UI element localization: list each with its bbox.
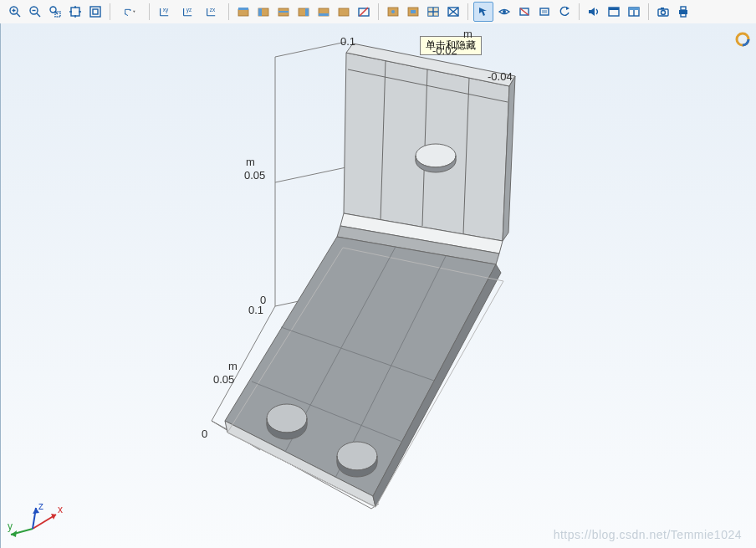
svg-line-5 (37, 13, 40, 17)
x-tick-mid: 0.05 (213, 373, 234, 386)
z-unit: m (246, 156, 255, 168)
zoom-box-icon[interactable] (46, 3, 64, 21)
svg-point-13 (125, 13, 125, 14)
svg-rect-22 (258, 8, 262, 16)
svg-text:y: y (8, 520, 13, 532)
svg-line-1 (17, 13, 20, 17)
camera-icon[interactable] (654, 3, 672, 21)
z-tick-1: 0.1 (340, 35, 355, 48)
svg-line-64 (275, 42, 346, 57)
svg-point-56 (662, 11, 666, 15)
svg-text:z: z (38, 500, 43, 512)
svg-rect-29 (339, 8, 349, 16)
select-box-icon[interactable] (234, 3, 253, 21)
svg-rect-26 (305, 8, 309, 16)
svg-text:xy: xy (163, 7, 169, 13)
view-window-1-icon[interactable] (605, 3, 623, 21)
orbit-dropdown-icon[interactable] (115, 3, 144, 21)
svg-point-43 (503, 10, 506, 13)
svg-rect-10 (71, 8, 79, 16)
svg-line-65 (275, 167, 346, 182)
select-obj2-icon[interactable] (274, 3, 293, 21)
orientation-triad-icon: x y z (8, 491, 74, 541)
zoom-selected-icon[interactable] (86, 3, 105, 21)
model-3d-scene (1, 23, 756, 548)
svg-rect-60 (681, 13, 686, 17)
svg-rect-51 (609, 8, 619, 10)
svg-rect-35 (411, 10, 416, 13)
svg-rect-57 (661, 8, 664, 9)
reset-hide-icon[interactable] (555, 3, 574, 21)
x-unit: m (228, 360, 238, 372)
render-a-icon[interactable] (384, 3, 402, 21)
svg-rect-28 (319, 13, 329, 16)
toolbar-separator (579, 3, 580, 20)
render-trans-icon[interactable] (444, 3, 462, 21)
select-obj4-icon[interactable] (314, 3, 333, 21)
y-tick-2: -0.04 (488, 70, 513, 83)
y-tick-1: -0.02 (432, 44, 457, 57)
watermark: https://blog.csdn.net/Temmie1024 (554, 528, 742, 541)
toolbar-separator (467, 3, 468, 20)
zoom-in-icon[interactable] (6, 3, 24, 21)
select-obj1-icon[interactable] (254, 3, 273, 21)
svg-text:x: x (58, 504, 63, 515)
graphics-viewport[interactable]: 单击和隐藏 (0, 23, 756, 548)
x-tick-0: 0 (202, 428, 207, 440)
show-eye-icon[interactable] (495, 3, 513, 21)
plane-zx-icon[interactable]: zx (202, 3, 223, 21)
plane-xy-icon[interactable]: xy (155, 3, 176, 21)
svg-rect-19 (238, 9, 248, 16)
svg-rect-47 (542, 10, 547, 13)
zoom-out-icon[interactable] (26, 3, 44, 21)
svg-marker-15 (133, 11, 135, 13)
render-wire-icon[interactable] (424, 3, 442, 21)
svg-text:yz: yz (186, 7, 192, 13)
print-icon[interactable] (674, 3, 692, 21)
select-disable-icon[interactable] (355, 3, 373, 21)
svg-rect-20 (238, 8, 248, 10)
toolbar-separator (149, 3, 150, 20)
z-tick-2: 0.05 (244, 169, 265, 182)
svg-point-33 (391, 10, 395, 13)
svg-rect-59 (681, 7, 686, 10)
svg-marker-48 (566, 7, 570, 10)
svg-marker-49 (589, 8, 595, 16)
hide-selected-icon[interactable] (515, 3, 534, 21)
svg-text:zx: zx (210, 7, 216, 13)
svg-rect-11 (90, 7, 100, 17)
sound-icon[interactable] (585, 3, 603, 21)
view-window-2-icon[interactable] (625, 3, 643, 21)
plane-yz-icon[interactable]: yz (178, 3, 200, 21)
toolbar-separator (228, 3, 229, 20)
toolbar-separator (378, 3, 379, 20)
svg-rect-12 (93, 9, 98, 14)
svg-rect-53 (629, 8, 639, 10)
svg-marker-14 (130, 9, 131, 12)
select-obj3-icon[interactable] (294, 3, 313, 21)
toolbar-separator (648, 3, 649, 20)
click-and-hide-icon[interactable] (473, 2, 493, 22)
toolbar-separator (110, 3, 110, 20)
hide-unselected-icon[interactable] (535, 3, 554, 21)
y-unit: m (463, 28, 472, 40)
zoom-extents-icon[interactable] (66, 3, 84, 21)
select-obj5-icon[interactable] (335, 3, 353, 21)
svg-line-45 (520, 8, 529, 15)
x-tick-0-top: 0.1 (248, 304, 263, 316)
graphics-toolbar: xy yz zx (0, 0, 756, 24)
render-b-icon[interactable] (404, 3, 422, 21)
